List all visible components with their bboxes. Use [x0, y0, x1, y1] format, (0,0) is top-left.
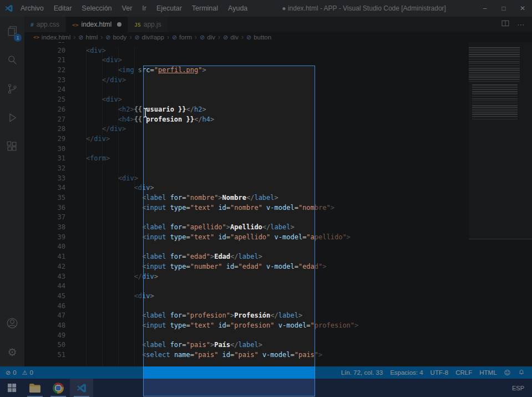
status-left: ⊘0⚠0 [0, 369, 33, 376]
line-number: 51 [24, 351, 65, 361]
notifications-bell-icon[interactable] [518, 369, 525, 376]
code-line: <label for="edad">Edad</label> [70, 253, 358, 263]
line-number: 48 [24, 321, 65, 331]
line-number: 47 [24, 311, 65, 321]
menu-item-ir[interactable]: Ir [137, 0, 151, 17]
line-number: 37 [24, 213, 65, 223]
code-line: <form> [70, 154, 358, 164]
code-content[interactable]: <div> <div> <img src="perfil.png"> </div… [70, 42, 358, 361]
line-number: 41 [24, 253, 65, 263]
encoding[interactable]: UTF-8 [430, 369, 449, 376]
tab-label: app.css [37, 21, 59, 28]
line-number: 36 [24, 204, 65, 214]
code-line: <div> [70, 47, 358, 57]
keyboard-language[interactable]: ESP [512, 379, 524, 397]
account-icon[interactable] [0, 309, 24, 338]
breadcrumb-item[interactable]: ⊘div#app [133, 34, 165, 41]
symbol-icon: ⊘ [200, 34, 205, 41]
chevron-right-icon: › [195, 33, 197, 41]
code-line: <label for="apellido">Apellido</label> [70, 223, 358, 233]
close-button[interactable]: ✕ [513, 0, 532, 17]
search-icon[interactable] [0, 46, 24, 74]
code-line [70, 243, 358, 253]
file-type-icon: <> [33, 34, 39, 40]
line-number: 45 [24, 292, 65, 302]
eol[interactable]: CRLF [455, 369, 472, 376]
breadcrumb-item[interactable]: ⊘form [171, 34, 193, 41]
menu-item-selección[interactable]: Selección [77, 0, 116, 17]
line-number: 25 [24, 96, 65, 105]
menu-item-archivo[interactable]: Archivo [16, 0, 49, 17]
line-number: 50 [24, 341, 65, 351]
symbol-icon: ⊘ [223, 34, 228, 41]
chevron-right-icon: › [218, 33, 220, 41]
line-number: 38 [24, 223, 65, 233]
code-line [70, 331, 358, 341]
breadcrumb-item[interactable]: ⊘body [104, 34, 128, 41]
cursor-position[interactable]: Lín. 72, col. 33 [341, 369, 383, 376]
feedback-smiley-icon[interactable]: ☺ [504, 369, 510, 376]
symbol-icon: ⊘ [246, 34, 251, 41]
code-line: <input type="text" id="profesion" v-mode… [70, 321, 358, 331]
source-control-icon[interactable] [0, 74, 24, 103]
breadcrumb-item[interactable]: ⊘html [77, 34, 99, 41]
line-number: 44 [24, 282, 65, 292]
line-number: 32 [24, 164, 65, 174]
line-number-gutter[interactable]: 1920212223242526272829303132333435363738… [24, 42, 65, 361]
line-number: 21 [24, 56, 65, 66]
indentation[interactable]: Espacios: 4 [390, 369, 423, 376]
tab-app.css[interactable]: #app.css [24, 17, 66, 32]
vscode-taskbar-icon[interactable] [70, 379, 93, 397]
tab-app.js[interactable]: JSapp.js [128, 17, 168, 32]
line-number: 28 [24, 125, 65, 135]
menu-item-ayuda[interactable]: Ayuda [223, 0, 252, 17]
line-number: 35 [24, 194, 65, 204]
code-line: <select name="pais" id="pais" v-model="p… [70, 351, 358, 361]
menu-item-ver[interactable]: Ver [117, 0, 138, 17]
split-editor-icon[interactable] [501, 19, 510, 30]
chrome-logo [53, 383, 64, 394]
breadcrumb-item[interactable]: ⊘div [222, 34, 240, 41]
tab-label: app.js [144, 21, 161, 28]
menu-item-terminal[interactable]: Terminal [187, 0, 223, 17]
settings-gear-icon[interactable]: ⚙ [0, 338, 24, 366]
minimize-button[interactable]: – [475, 0, 494, 17]
breadcrumb-item[interactable]: ⊘button [245, 34, 272, 41]
problem-count: 0 [13, 369, 16, 376]
breadcrumb-label: div [230, 34, 239, 41]
line-number: 33 [24, 174, 65, 184]
more-actions-icon[interactable]: ⋯ [517, 20, 525, 29]
menu-item-editar[interactable]: Editar [49, 0, 77, 17]
code-line: <input type="number" id="edad" v-model="… [70, 263, 358, 273]
code-line: <div> [70, 96, 358, 105]
line-number: 26 [24, 105, 65, 115]
extensions-icon[interactable] [0, 132, 24, 161]
run-debug-icon[interactable] [0, 103, 24, 132]
code-line [70, 86, 358, 96]
problems-warnings[interactable]: ⚠0 [22, 369, 33, 376]
minimap-slider[interactable] [469, 42, 532, 239]
line-number: 23 [24, 76, 65, 86]
chevron-right-icon: › [241, 33, 244, 41]
editor[interactable]: 1920212223242526272829303132333435363738… [24, 42, 532, 366]
editor-actions: ⋯ [501, 17, 532, 32]
vscode-logo-icon [4, 4, 13, 13]
breadcrumb-item[interactable]: ⊘div [199, 34, 216, 41]
screen: ArchivoEditarSelecciónVerIrEjecutarTermi… [0, 0, 532, 397]
file-explorer-icon[interactable] [23, 379, 47, 397]
tab-index.html[interactable]: <>index.html [66, 17, 128, 32]
code-line: <h4>{{ profesion }}</h4> [70, 115, 358, 125]
code-line: <input type="text" id="apellido" v-model… [70, 233, 358, 243]
problems-errors[interactable]: ⊘0 [6, 369, 17, 376]
breadcrumb-label: button [254, 34, 271, 41]
menu-item-ejecutar[interactable]: Ejecutar [151, 0, 187, 17]
breadcrumb-label: form [179, 34, 192, 41]
maximize-button[interactable]: □ [494, 0, 513, 17]
status-bar: ⊘0⚠0 Lín. 72, col. 33Espacios: 4UTF-8CRL… [0, 366, 532, 379]
start-button[interactable] [0, 379, 23, 397]
breadcrumb-file[interactable]: <>index.html [32, 34, 72, 41]
language-mode[interactable]: HTML [479, 369, 496, 376]
explorer-badge: 1 [14, 34, 22, 42]
chrome-icon[interactable] [47, 379, 70, 397]
explorer-icon[interactable]: 1 [0, 17, 24, 46]
